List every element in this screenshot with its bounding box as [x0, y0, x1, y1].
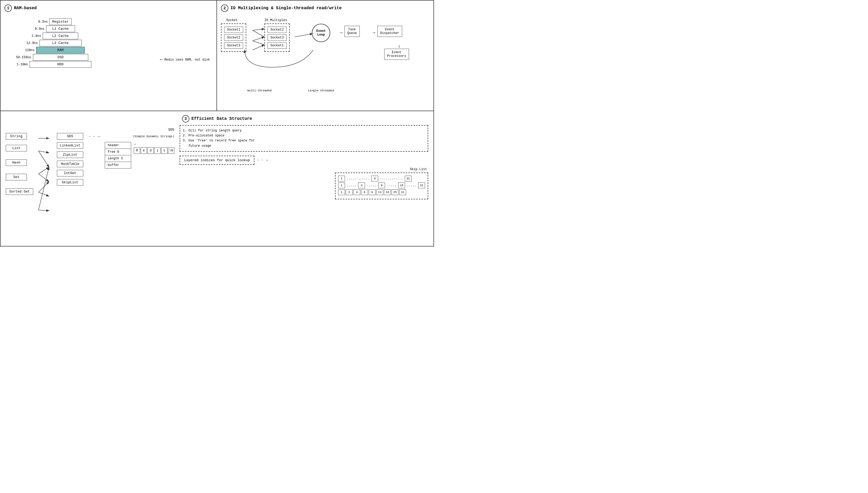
arrow-left-icon: ←: [160, 57, 163, 63]
arrow-to-buffer: →: [134, 142, 174, 146]
types-col: String List Hash Set Sorted Set: [6, 125, 33, 195]
char-d: d: [148, 148, 154, 154]
svg-line-8: [39, 151, 49, 153]
socket-group-container: Socket Socket1 Socket2 Socket3: [221, 18, 246, 52]
impl-linkedlist: LinkedList: [57, 142, 83, 149]
tier-box-6: HDD: [29, 61, 91, 68]
layered-box: Layered indices for quick lookup: [180, 156, 254, 165]
skip-1-1: 1: [338, 176, 345, 181]
svg-line-10: [39, 167, 49, 174]
skip-2-4: 4: [358, 183, 365, 188]
svg-line-3: [253, 41, 264, 45]
arrow-down-icon: ↓: [390, 43, 409, 49]
char-R: R: [134, 148, 140, 154]
skip-2-18: 18: [398, 183, 405, 188]
svg-line-5: [295, 34, 312, 37]
section2-num: 2: [221, 4, 228, 12]
impl-skiplist: SkipList: [57, 179, 83, 186]
skip-3-2: 2: [346, 189, 353, 195]
sds-info-3b: future usage: [183, 144, 425, 149]
skip-row-2: 1 ..... 4 ..... 9 ..... 18 ..... 31: [338, 183, 425, 188]
tier-label-1: 0.9ns: [26, 27, 46, 31]
dots-6: .....: [406, 184, 417, 187]
arrow-to-task: →: [340, 30, 342, 35]
tier-label-4: 120ns: [16, 48, 36, 52]
svg-line-4: [253, 45, 264, 50]
impls-col: SDS LinkedList ZipList HashTable IntSet …: [57, 125, 83, 186]
panel-2: 2 IO Multiplexing & Single-threaded read…: [217, 1, 433, 111]
sds-title: SDS: [105, 128, 174, 132]
skip-1-9: 9: [371, 176, 378, 181]
skip-list-diagram: Skip List 1 ............ 9 ............ …: [180, 168, 428, 199]
section3-content: String List Hash Set Sorted Set: [6, 125, 428, 236]
event-dispatcher: EventDispatcher: [377, 26, 402, 37]
skip-list-section: Layered indices for quick lookup - - → S…: [180, 156, 428, 199]
skip-3-25: 25: [392, 189, 398, 195]
tier-box-2: L2 Cache: [43, 33, 78, 39]
sds-buffer-section: → R e d i s \0: [134, 142, 174, 154]
event-dispatcher-container: → EventDispatcher: [372, 26, 402, 37]
dash-arrow-sds: - - →: [88, 134, 100, 138]
sds-free: free 0: [105, 149, 131, 155]
tier-label-2: 2.8ns: [23, 34, 43, 38]
layered-row: Layered indices for quick lookup - - →: [180, 156, 428, 165]
sds-length: length 5: [105, 155, 131, 162]
skip-3-18: 18: [384, 189, 391, 195]
arrow-to-dispatcher: →: [372, 30, 375, 35]
sds-header: header: [105, 142, 131, 149]
type-string-box: String: [6, 133, 27, 140]
sds-info-2: 2. Pre-allocated space: [183, 133, 425, 138]
skip-row-3: 1 2 4 6 9 13 18 25 31: [338, 189, 425, 195]
type-list-box: List: [6, 145, 27, 151]
ram-note-text: Redis uses RAM, not disk: [164, 58, 210, 62]
socket-box-1: Socket1: [224, 27, 243, 33]
svg-line-9: [39, 151, 49, 167]
tier-label-5: 50-150us: [13, 56, 33, 59]
section1-label: RAM-based: [14, 6, 37, 10]
skip-list-box: 1 ............ 9 ............ 31 1 .....…: [335, 172, 428, 199]
impl-hashtable: HashTable: [57, 160, 83, 167]
section2-label: IO Multiplexing & Single-threaded read/w…: [231, 6, 342, 10]
skip-2-31: 31: [418, 183, 425, 188]
socket-dashed-box: Socket1 Socket2 Socket3: [221, 23, 246, 52]
io-multiplex-label: IO Multiplex: [264, 18, 290, 22]
task-queue: TaskQueue: [345, 26, 360, 37]
sds-arrow-connector: - - →: [88, 125, 100, 138]
top-row: 1 RAM-based 0.3ns Register 0.9ns L1 Cach…: [1, 1, 433, 111]
type-set-box: Set: [6, 174, 27, 180]
type-hash-box: Hash: [6, 159, 27, 166]
tier-label-6: 1-10ms: [10, 63, 29, 66]
right-info-col: 1. O(1) for string length query 2. Pre-a…: [180, 125, 428, 199]
skip-list-title: Skip List: [410, 168, 427, 171]
type-impl-arrows: [39, 133, 51, 233]
task-queue-container: → TaskQueue: [340, 26, 360, 37]
type-set: Set: [6, 174, 33, 180]
dots-1: ............: [346, 177, 371, 180]
svg-line-0: [253, 29, 264, 30]
io-multiplex-dashed-box: Socket2 Socket3 Socket1: [264, 23, 290, 52]
type-string: String: [6, 133, 33, 140]
io-socket-2: Socket2: [267, 27, 286, 33]
skip-3-9: 9: [369, 189, 375, 195]
skip-3-31: 31: [399, 189, 406, 195]
type-list: List: [6, 145, 33, 151]
io-multiplex-container: IO Multiplex Socket2 Socket3 Socket1: [264, 18, 290, 52]
io-socket-3: Socket3: [267, 35, 286, 41]
svg-line-2: [253, 37, 264, 41]
pyramid: 0.3ns Register 0.9ns L1 Cache 2.8ns L2 C…: [10, 18, 91, 68]
char-e: e: [140, 148, 147, 154]
svg-line-11: [39, 174, 49, 182]
socket-box-2: Socket2: [224, 35, 243, 41]
sds-info-box: 1. O(1) for string length query 2. Pre-a…: [180, 125, 428, 152]
sds-buffer: buffer: [105, 162, 131, 168]
buffer-chars: R e d i s \0: [134, 148, 174, 154]
section3-label: Efficient Data Structure: [192, 116, 252, 121]
svg-line-15: [39, 210, 49, 211]
type-sortedset-box: Sorted Set: [6, 188, 33, 195]
sds-struct: header free 0 length 5 buffer → R e d i: [105, 142, 174, 169]
dots-5: .....: [386, 184, 397, 187]
type-sortedset: Sorted Set: [6, 188, 33, 195]
char-null: \0: [168, 148, 174, 154]
sds-info-3: 3. Use 'free' to record free space for: [183, 138, 425, 143]
section1-num: 1: [4, 4, 12, 12]
